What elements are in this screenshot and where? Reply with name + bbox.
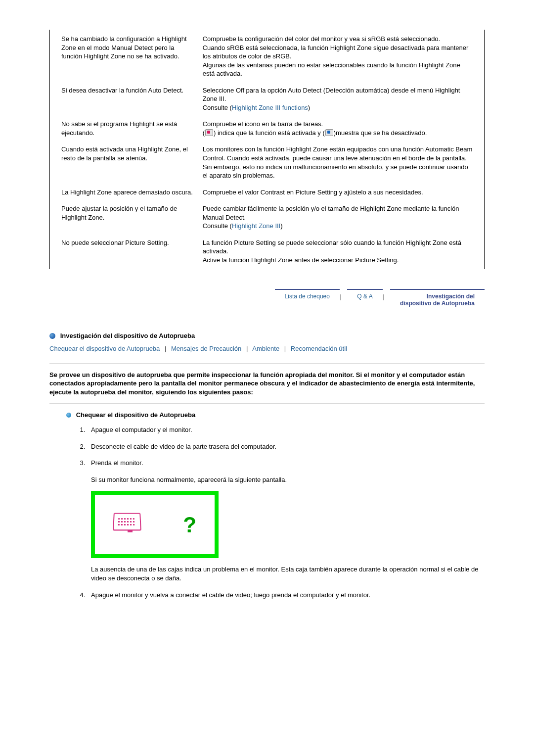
- tab-qa[interactable]: Q & A: [347, 289, 382, 310]
- step-item: Apague el monitor y vuelva a conectar el…: [87, 591, 485, 600]
- intro-paragraph: Se provee un dispositivo de autoprueba q…: [49, 371, 485, 397]
- bullet-icon: [66, 413, 71, 418]
- table-row: Puede ajustar la posición y el tamaño de…: [59, 200, 475, 235]
- table-row: No sabe si el programa Highlight se está…: [59, 116, 475, 141]
- sub-section-title: Chequear el dispositivo de Autoprueba: [76, 411, 196, 419]
- steps-list: Apague el computador y el monitor. Desco…: [73, 425, 485, 599]
- table-row: La Highlight Zone aparece demasiado oscu…: [59, 184, 475, 201]
- self-test-screen: ?: [91, 491, 219, 558]
- step-item: Apague el computador y el monitor.: [87, 425, 485, 434]
- problem-cell: Cuando está activada una Highlight Zone,…: [59, 141, 201, 184]
- table-row: Se ha cambiado la configuración a Highli…: [59, 31, 475, 82]
- question-mark-icon: ?: [183, 510, 196, 539]
- tab-bar: Lista de chequeo | Q & A | Investigación…: [49, 289, 485, 310]
- monitor-icon: [113, 513, 147, 536]
- section-title: Investigación del dispositivo de Autopru…: [60, 332, 195, 340]
- highlight-zone-link[interactable]: Highlight Zone III functions: [232, 104, 308, 111]
- solution-cell: Seleccione Off para la opción Auto Detec…: [200, 82, 475, 116]
- tab-separator: |: [340, 289, 341, 300]
- divider: [49, 403, 485, 404]
- anchor-link-row: Chequear el dispositivo de Autoprueba | …: [49, 345, 485, 352]
- table-row: No puede seleccionar Picture Setting. La…: [59, 235, 475, 269]
- problem-cell: Puede ajustar la posición y el tamaño de…: [59, 200, 201, 235]
- problem-cell: La Highlight Zone aparece demasiado oscu…: [59, 184, 201, 201]
- step-item: Prenda el monitor. Si su monitor funcion…: [87, 459, 485, 582]
- tab-selftest[interactable]: Investigación del dispositivo de Autopru…: [390, 289, 485, 310]
- tab-separator: |: [383, 289, 384, 300]
- problem-cell: Si desea desactivar la función Auto Dete…: [59, 82, 201, 116]
- divider: [49, 363, 485, 364]
- section-header: Investigación del dispositivo de Autopru…: [49, 331, 485, 339]
- problem-cell: Se ha cambiado la configuración a Highli…: [59, 31, 201, 82]
- anchor-selftest[interactable]: Chequear el dispositivo de Autoprueba: [49, 345, 160, 352]
- solution-cell: Compruebe la configuración del color del…: [200, 31, 475, 82]
- anchor-environment[interactable]: Ambiente: [252, 345, 279, 352]
- anchor-useful-tip[interactable]: Recomendación útil: [291, 345, 347, 352]
- step-item: Desconecte el cable de video de la parte…: [87, 442, 485, 451]
- troubleshooting-table-wrapper: Se ha cambiado la configuración a Highli…: [49, 30, 485, 269]
- troubleshooting-table: Se ha cambiado la configuración a Highli…: [59, 31, 475, 268]
- problem-cell: No puede seleccionar Picture Setting.: [59, 235, 201, 269]
- solution-cell: Puede cambiar fácilmente la posición y/o…: [200, 200, 475, 235]
- tab-checklist[interactable]: Lista de chequeo: [275, 289, 340, 310]
- anchor-warnings[interactable]: Mensajes de Precaución: [171, 345, 241, 352]
- sub-section-header: Chequear el dispositivo de Autoprueba: [66, 411, 485, 419]
- table-row: Si desea desactivar la función Auto Dete…: [59, 82, 475, 116]
- tray-icon-on: [205, 129, 213, 136]
- tab-label-line1: Investigación del: [400, 293, 475, 300]
- solution-cell: Los monitores con la función Highlight Z…: [200, 141, 475, 184]
- solution-cell: La función Picture Setting se puede sele…: [200, 235, 475, 269]
- solution-cell: Compruebe el valor Contrast en Picture S…: [200, 184, 475, 201]
- bullet-icon: [49, 333, 55, 339]
- solution-cell: Compruebe el icono en la barra de tareas…: [200, 116, 475, 141]
- highlight-zone-link[interactable]: Highlight Zone III: [232, 222, 280, 230]
- tab-label: Q & A: [357, 293, 372, 300]
- tab-label: Lista de chequeo: [285, 293, 330, 300]
- table-row: Cuando está activada una Highlight Zone,…: [59, 141, 475, 184]
- problem-cell: No sabe si el programa Highlight se está…: [59, 116, 201, 141]
- tab-label-line2: dispositivo de Autoprueba: [400, 300, 475, 307]
- tray-icon-off: [325, 129, 333, 136]
